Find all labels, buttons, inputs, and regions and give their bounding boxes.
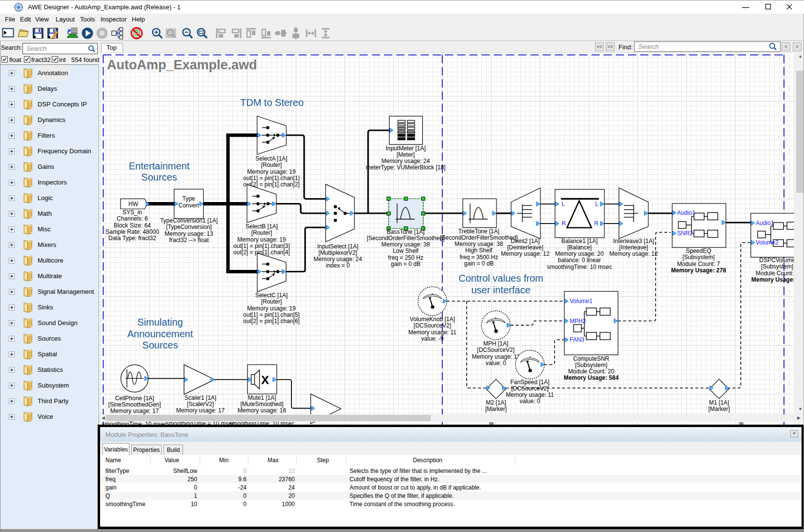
svg-text:TDM to Stereo: TDM to Stereo [240, 97, 304, 108]
svg-text:FAN3: FAN3 [570, 336, 584, 343]
svg-text:user interface: user interface [471, 285, 530, 295]
svg-text:MPH [1A]: MPH [1A] [483, 340, 508, 347]
svg-text:[MuteSmoothed]: [MuteSmoothed] [240, 401, 283, 408]
svg-text:Memory usage: 17: Memory usage: 17 [110, 408, 159, 414]
svg-text:[SineSmoothedGen]: [SineSmoothedGen] [108, 401, 161, 408]
svg-text:Memory usage: 38: Memory usage: 38 [381, 241, 430, 248]
svg-text:gain = 0 dB: gain = 0 dB [464, 260, 494, 267]
svg-text:MPH2: MPH2 [570, 318, 586, 325]
svg-text:SelectC [1A]: SelectC [1A] [255, 292, 288, 299]
svg-text:fract32 --> float: fract32 --> float [169, 237, 209, 244]
svg-text:[Meter]: [Meter] [396, 151, 414, 158]
svg-text:Memory usage: 12: Memory usage: 12 [501, 250, 550, 257]
svg-text:Channels: 6: Channels: 6 [117, 215, 148, 222]
svg-text:Audio1: Audio1 [756, 220, 774, 226]
svg-text:Data Type: fract32: Data Type: fract32 [108, 235, 156, 242]
svg-text:Memory usage: 17: Memory usage: 17 [176, 407, 225, 414]
svg-text:out[1] = pin[1].chan[3]: out[1] = pin[1].chan[3] [233, 243, 290, 249]
svg-text:[DCSourceV2]: [DCSourceV2] [413, 322, 451, 329]
svg-text:Type: Type [182, 195, 195, 202]
svg-text:balance: 0 linear: balance: 0 linear [558, 257, 601, 264]
svg-text:[DCSourceV2]: [DCSourceV2] [477, 347, 515, 353]
svg-text:[Marker]: [Marker] [708, 406, 730, 412]
svg-text:CellPhone [1A]: CellPhone [1A] [115, 395, 154, 402]
svg-text:Simulating: Simulating [137, 317, 183, 327]
svg-text:[Router]: [Router] [261, 298, 282, 305]
svg-text:Module Count: 5: Module Count: 5 [756, 270, 799, 277]
svg-text:[SecondOrderFilterSmoothed]: [SecondOrderFilterSmoothed] [440, 234, 517, 241]
svg-text:Audio1: Audio1 [677, 209, 696, 216]
svg-text:meterType: VUMeterBlock [18]: meterType: VUMeterBlock [18] [366, 164, 445, 171]
svg-text:TrebleTone [1A]: TrebleTone [1A] [458, 228, 499, 235]
svg-text:M2 [1A]: M2 [1A] [486, 399, 506, 406]
svg-text:freq = 250 Hz: freq = 250 Hz [388, 254, 423, 261]
svg-text:L: L [595, 201, 598, 207]
svg-text:Memory usage: 24: Memory usage: 24 [313, 256, 362, 263]
svg-text:value: 0: value: 0 [519, 398, 540, 405]
svg-text:Module Count: 20: Module Count: 20 [568, 368, 615, 375]
svg-text:Control values from: Control values from [458, 273, 543, 284]
svg-text:[Subsystem]: [Subsystem] [575, 362, 607, 368]
svg-text:Low Shelf: Low Shelf [393, 247, 419, 254]
svg-text:Memory usage: 24: Memory usage: 24 [381, 158, 430, 164]
svg-text:[Subsystem]: [Subsystem] [682, 254, 715, 261]
svg-text:SNR2: SNR2 [677, 230, 693, 237]
svg-text:Memory Usage: 584: Memory Usage: 584 [564, 374, 619, 381]
svg-text:M1 [1A]: M1 [1A] [709, 399, 729, 406]
svg-text:InputMeter [1A]: InputMeter [1A] [386, 145, 426, 152]
svg-text:[Deinterleave]: [Deinterleave] [507, 244, 543, 251]
svg-text:Module Count: 7: Module Count: 7 [677, 261, 720, 267]
svg-text:Memory usage: 20: Memory usage: 20 [555, 250, 604, 257]
svg-text:X: X [261, 373, 269, 387]
svg-text:AutoAmp_Example.awd: AutoAmp_Example.awd [107, 58, 257, 72]
svg-text:Mute1 [1A]: Mute1 [1A] [247, 394, 276, 401]
svg-text:Deint2 [1A]: Deint2 [1A] [511, 238, 539, 245]
svg-text:Memory usage: 19: Memory usage: 19 [247, 168, 296, 175]
svg-text:[Marker]: [Marker] [485, 406, 507, 412]
svg-text:High Shelf: High Shelf [465, 247, 493, 254]
svg-text:FanSpeed [1A]: FanSpeed [1A] [510, 379, 549, 386]
svg-text:Scaler1 [1A]: Scaler1 [1A] [185, 394, 216, 401]
svg-text:[Router]: [Router] [251, 229, 272, 236]
svg-text:Memory usage: 19: Memory usage: 19 [237, 236, 286, 243]
svg-text:Block Size: 64: Block Size: 64 [114, 222, 151, 229]
svg-text:Interleave3 [1A]: Interleave3 [1A] [613, 238, 654, 245]
svg-text:HW: HW [128, 201, 139, 207]
svg-text:[Interleave]: [Interleave] [619, 244, 648, 251]
svg-text:[DCSourceV2]: [DCSourceV2] [511, 385, 549, 392]
svg-text:SYS_in: SYS_in [123, 209, 142, 216]
svg-text:Memory usage: 12: Memory usage: 12 [609, 250, 658, 257]
svg-text:Announcement: Announcement [127, 328, 193, 339]
svg-text:SelectA [1A]: SelectA [1A] [255, 155, 287, 162]
svg-text:DSPCVolume: DSPCVolume [759, 257, 795, 264]
svg-text:TypeConversion1 [1A]: TypeConversion1 [1A] [160, 217, 218, 224]
svg-text:ComputeSNR: ComputeSNR [573, 355, 609, 362]
svg-text:Memory usage: 38: Memory usage: 38 [454, 241, 503, 247]
svg-text:Balance1 [1A]: Balance1 [1A] [561, 238, 598, 245]
svg-text:freq = 3500 Hz: freq = 3500 Hz [459, 254, 498, 261]
svg-text:Volume1: Volume1 [570, 298, 593, 305]
svg-text:out[1] = pin[1].chan[1]: out[1] = pin[1].chan[1] [243, 175, 300, 182]
svg-text:[TypeConversion]: [TypeConversion] [166, 224, 211, 230]
svg-text:BassTone [1A]: BassTone [1A] [387, 228, 424, 235]
svg-text:SelectB [1A]: SelectB [1A] [246, 223, 278, 230]
svg-text:R: R [562, 220, 566, 227]
svg-text:out[1] = pin[1].chan[5]: out[1] = pin[1].chan[5] [243, 311, 300, 318]
svg-text:value: 0: value: 0 [486, 360, 506, 367]
svg-text:Memory usage: 19: Memory usage: 19 [247, 305, 296, 312]
svg-text:Convert: Convert [178, 202, 199, 209]
svg-text:R: R [594, 220, 598, 227]
svg-text:Memory usage: 13: Memory usage: 13 [165, 230, 213, 237]
svg-text:Memory Usage: 278: Memory Usage: 278 [671, 267, 726, 274]
svg-text:[Subsystem]: [Subsystem] [761, 263, 793, 270]
svg-text:Entertainment: Entertainment [129, 161, 190, 171]
svg-text:Sample Rate: 48000: Sample Rate: 48000 [105, 228, 159, 235]
svg-text:[SecondOrderFilterSmoothed]: [SecondOrderFilterSmoothed] [367, 235, 444, 242]
svg-text:out[2] = pin[1].chan[6]: out[2] = pin[1].chan[6] [243, 318, 300, 325]
svg-text:Memory usage: 16: Memory usage: 16 [238, 407, 287, 414]
svg-text:L: L [562, 201, 565, 207]
svg-text:Sources: Sources [142, 340, 178, 350]
svg-text:[MultiplexorV2]: [MultiplexorV2] [318, 249, 357, 256]
svg-text:Memory usage: 11: Memory usage: 11 [506, 391, 554, 398]
svg-text:gain = 0 dB: gain = 0 dB [391, 261, 420, 267]
